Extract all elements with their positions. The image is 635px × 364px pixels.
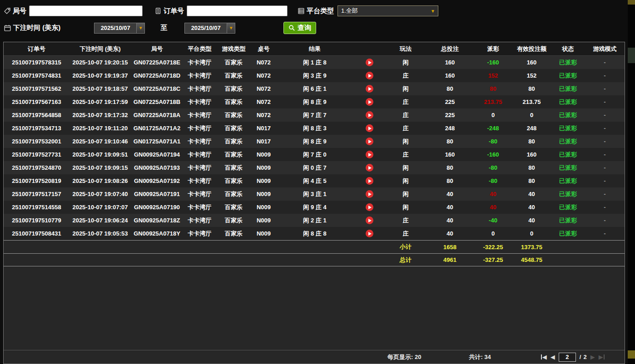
valid-bet-cell: 213.75 (512, 95, 551, 108)
payout-cell: 40 (474, 187, 512, 201)
total-total-bet: 4961 (426, 254, 474, 266)
platform-cell: 卡卡湾厅 (183, 95, 216, 108)
play-video-button[interactable] (366, 190, 373, 198)
calendar-icon (4, 24, 11, 32)
game-mode-cell: - (585, 201, 625, 214)
pagination: ◀ ◀ 2 / 2 ▶ ▶ (541, 353, 605, 362)
bet-time-cell: 2025-10-07 19:06:24 (69, 214, 131, 227)
play-video-button[interactable] (366, 111, 373, 119)
game-type-cell: 百家乐 (216, 82, 251, 95)
video-cell (353, 56, 385, 69)
payout-cell: 80 (474, 82, 512, 95)
play-video-button[interactable] (366, 164, 373, 172)
subtotal-payout: -322.25 (474, 241, 512, 253)
column-header-payout: 派彩 (474, 42, 512, 55)
game-mode-cell: - (585, 135, 625, 148)
platform-cell: 卡卡湾厅 (183, 82, 216, 95)
date-from-select[interactable]: 2025/10/07 ▼ (94, 23, 145, 34)
date-from-value: 2025/10/07 (94, 25, 136, 31)
page-number-input[interactable]: 2 (559, 353, 576, 362)
game-type-cell: 百家乐 (216, 122, 251, 135)
bet-on-cell: 庄 (385, 122, 426, 135)
result-cell: 闲 6 庄 1 (276, 82, 353, 95)
platform-cell: 卡卡湾厅 (183, 227, 216, 240)
bet-on-cell: 庄 (385, 108, 426, 122)
table-row: 2510071975671632025-10-07 19:17:59GN0722… (4, 95, 625, 108)
play-video-button[interactable] (366, 203, 373, 211)
table-no-cell: N009 (251, 148, 276, 161)
video-cell (353, 214, 385, 227)
bet-on-cell: 闲 (385, 161, 426, 174)
status-cell: 已派彩 (551, 56, 585, 69)
bet-time-cell: 2025-10-07 19:17:59 (69, 95, 131, 108)
round-no-cell: GN07225A0718C (131, 82, 183, 95)
game-type-cell: 百家乐 (216, 161, 251, 174)
play-video-button[interactable] (366, 138, 373, 145)
play-video-button[interactable] (366, 72, 373, 79)
platform-list-icon (298, 7, 305, 15)
bet-on-cell: 闲 (385, 201, 426, 214)
query-button[interactable]: 查询 (283, 22, 316, 34)
play-video-button[interactable] (366, 85, 373, 93)
column-header-game-type: 游戏类型 (216, 42, 251, 55)
video-cell (353, 174, 385, 187)
payout-cell: 152 (474, 69, 512, 82)
game-mode-cell: - (585, 161, 625, 174)
tag-icon (4, 7, 11, 15)
game-mode-cell: - (585, 69, 625, 82)
query-button-label: 查询 (298, 24, 311, 32)
round-number-input[interactable] (29, 5, 143, 16)
bet-on-cell: 闲 (385, 56, 426, 69)
total-bet-cell: 40 (426, 201, 474, 214)
table-row: 2510071975208192025-10-07 19:08:26GN0092… (4, 174, 625, 187)
table-no-cell: N009 (251, 174, 276, 187)
play-video-button[interactable] (366, 124, 373, 132)
status-cell: 已派彩 (551, 135, 585, 148)
bet-time-cell: 2025-10-07 19:20:15 (69, 56, 131, 69)
play-video-button[interactable] (366, 216, 373, 224)
platform-type-filter: 平台类型 1.全部 ▼ (298, 5, 438, 16)
bet-time-cell: 2025-10-07 19:08:26 (69, 174, 131, 187)
play-video-button[interactable] (366, 98, 373, 106)
prev-page-button[interactable]: ◀ (551, 354, 555, 360)
order-no-cell: 251007197564858 (4, 108, 69, 122)
subtotal-row: 小计 1658 -322.25 1373.75 (4, 240, 625, 253)
bet-time-cell: 2025-10-07 19:19:37 (69, 69, 131, 82)
total-bet-cell: 225 (426, 95, 474, 108)
round-no-cell: GN01725A071A2 (131, 122, 183, 135)
column-header-game-mode: 游戏模式 (585, 42, 625, 55)
result-cell: 闲 7 庄 7 (276, 108, 353, 122)
order-no-cell: 251007197524870 (4, 161, 69, 174)
play-video-button[interactable] (366, 230, 373, 237)
table-no-cell: N017 (251, 135, 276, 148)
game-mode-cell: - (585, 227, 625, 240)
bet-time-cell: 2025-10-07 19:09:51 (69, 148, 131, 161)
platform-type-select[interactable]: 1.全部 ▼ (337, 5, 438, 16)
valid-bet-cell: 40 (512, 201, 551, 214)
game-mode-cell: - (585, 148, 625, 161)
table-row: 2510071975783152025-10-07 19:20:15GN0722… (4, 56, 625, 69)
play-video-button[interactable] (366, 177, 373, 185)
result-cell: 闲 7 庄 0 (276, 148, 353, 161)
date-to-select[interactable]: 2025/10/07 ▼ (184, 23, 235, 34)
date-to-value: 2025/10/07 (185, 25, 227, 31)
total-pages: 2 (583, 354, 586, 360)
next-page-button[interactable]: ▶ (590, 354, 595, 360)
last-page-button[interactable]: ▶ (599, 354, 605, 360)
order-no-cell: 251007197532001 (4, 135, 69, 148)
bet-time-cell: 2025-10-07 19:07:07 (69, 201, 131, 214)
result-cell: 闲 8 庄 8 (276, 227, 353, 240)
play-video-button[interactable] (366, 59, 373, 66)
valid-bet-cell: 248 (512, 122, 551, 135)
order-number-input[interactable] (187, 5, 288, 16)
game-mode-cell: - (585, 122, 625, 135)
video-cell (353, 201, 385, 214)
first-page-button[interactable]: ◀ (541, 354, 547, 360)
order-no-cell: 251007197571562 (4, 82, 69, 95)
game-type-cell: 百家乐 (216, 227, 251, 240)
platform-cell: 卡卡湾厅 (183, 187, 216, 201)
valid-bet-cell: 40 (512, 214, 551, 227)
document-icon (154, 7, 162, 15)
chevron-down-icon: ▼ (428, 9, 438, 14)
play-video-button[interactable] (366, 151, 373, 158)
